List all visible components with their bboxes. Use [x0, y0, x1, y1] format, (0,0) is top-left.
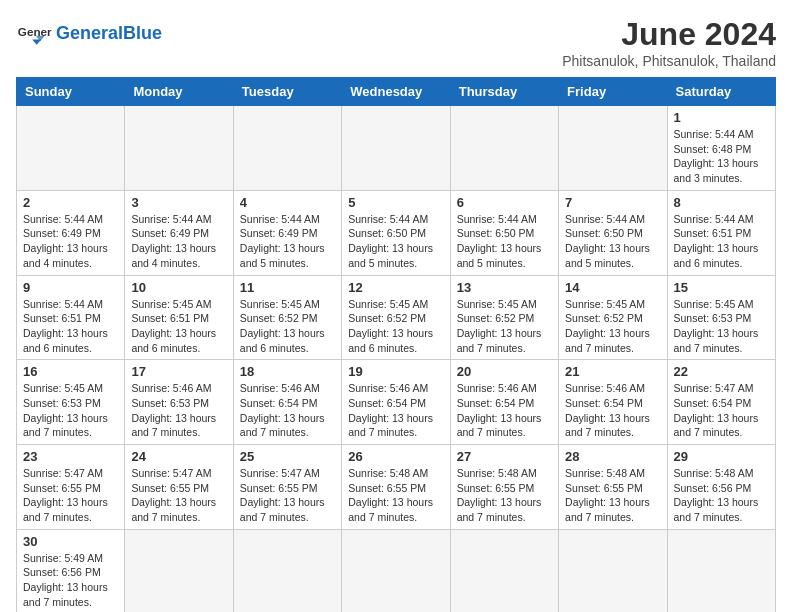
calendar-cell: 6Sunrise: 5:44 AM Sunset: 6:50 PM Daylig… [450, 190, 558, 275]
calendar-cell [342, 106, 450, 191]
day-info: Sunrise: 5:48 AM Sunset: 6:56 PM Dayligh… [674, 466, 769, 525]
calendar-cell: 12Sunrise: 5:45 AM Sunset: 6:52 PM Dayli… [342, 275, 450, 360]
day-info: Sunrise: 5:44 AM Sunset: 6:50 PM Dayligh… [348, 212, 443, 271]
calendar-cell: 16Sunrise: 5:45 AM Sunset: 6:53 PM Dayli… [17, 360, 125, 445]
calendar-cell: 3Sunrise: 5:44 AM Sunset: 6:49 PM Daylig… [125, 190, 233, 275]
day-info: Sunrise: 5:44 AM Sunset: 6:50 PM Dayligh… [457, 212, 552, 271]
calendar-cell: 2Sunrise: 5:44 AM Sunset: 6:49 PM Daylig… [17, 190, 125, 275]
calendar-cell [559, 106, 667, 191]
day-info: Sunrise: 5:46 AM Sunset: 6:54 PM Dayligh… [457, 381, 552, 440]
calendar-cell [450, 106, 558, 191]
day-number: 19 [348, 364, 443, 379]
logo-text: GeneralBlue [56, 24, 162, 44]
day-number: 6 [457, 195, 552, 210]
day-info: Sunrise: 5:47 AM Sunset: 6:55 PM Dayligh… [131, 466, 226, 525]
day-info: Sunrise: 5:44 AM Sunset: 6:48 PM Dayligh… [674, 127, 769, 186]
day-number: 17 [131, 364, 226, 379]
day-info: Sunrise: 5:45 AM Sunset: 6:52 PM Dayligh… [240, 297, 335, 356]
day-info: Sunrise: 5:45 AM Sunset: 6:52 PM Dayligh… [348, 297, 443, 356]
day-info: Sunrise: 5:44 AM Sunset: 6:49 PM Dayligh… [131, 212, 226, 271]
day-info: Sunrise: 5:45 AM Sunset: 6:52 PM Dayligh… [565, 297, 660, 356]
day-number: 8 [674, 195, 769, 210]
calendar-cell: 22Sunrise: 5:47 AM Sunset: 6:54 PM Dayli… [667, 360, 775, 445]
day-info: Sunrise: 5:45 AM Sunset: 6:53 PM Dayligh… [674, 297, 769, 356]
calendar-cell: 21Sunrise: 5:46 AM Sunset: 6:54 PM Dayli… [559, 360, 667, 445]
calendar-cell: 30Sunrise: 5:49 AM Sunset: 6:56 PM Dayli… [17, 529, 125, 612]
day-number: 30 [23, 534, 118, 549]
logo-icon: General [16, 16, 52, 52]
calendar-cell: 15Sunrise: 5:45 AM Sunset: 6:53 PM Dayli… [667, 275, 775, 360]
calendar-cell [233, 529, 341, 612]
day-number: 23 [23, 449, 118, 464]
day-number: 5 [348, 195, 443, 210]
day-info: Sunrise: 5:44 AM Sunset: 6:50 PM Dayligh… [565, 212, 660, 271]
calendar-header-row: SundayMondayTuesdayWednesdayThursdayFrid… [17, 78, 776, 106]
calendar-cell [559, 529, 667, 612]
calendar-week-row: 1Sunrise: 5:44 AM Sunset: 6:48 PM Daylig… [17, 106, 776, 191]
day-number: 20 [457, 364, 552, 379]
calendar-cell: 25Sunrise: 5:47 AM Sunset: 6:55 PM Dayli… [233, 445, 341, 530]
day-number: 22 [674, 364, 769, 379]
calendar-week-row: 23Sunrise: 5:47 AM Sunset: 6:55 PM Dayli… [17, 445, 776, 530]
day-info: Sunrise: 5:44 AM Sunset: 6:49 PM Dayligh… [240, 212, 335, 271]
day-info: Sunrise: 5:45 AM Sunset: 6:52 PM Dayligh… [457, 297, 552, 356]
day-number: 15 [674, 280, 769, 295]
day-info: Sunrise: 5:46 AM Sunset: 6:54 PM Dayligh… [565, 381, 660, 440]
calendar-cell: 11Sunrise: 5:45 AM Sunset: 6:52 PM Dayli… [233, 275, 341, 360]
calendar-cell: 17Sunrise: 5:46 AM Sunset: 6:53 PM Dayli… [125, 360, 233, 445]
day-info: Sunrise: 5:48 AM Sunset: 6:55 PM Dayligh… [565, 466, 660, 525]
day-info: Sunrise: 5:46 AM Sunset: 6:54 PM Dayligh… [348, 381, 443, 440]
logo-general: General [56, 23, 123, 43]
day-number: 24 [131, 449, 226, 464]
calendar-cell [233, 106, 341, 191]
day-number: 11 [240, 280, 335, 295]
calendar-cell: 28Sunrise: 5:48 AM Sunset: 6:55 PM Dayli… [559, 445, 667, 530]
calendar-cell: 8Sunrise: 5:44 AM Sunset: 6:51 PM Daylig… [667, 190, 775, 275]
calendar-cell: 1Sunrise: 5:44 AM Sunset: 6:48 PM Daylig… [667, 106, 775, 191]
calendar-week-row: 30Sunrise: 5:49 AM Sunset: 6:56 PM Dayli… [17, 529, 776, 612]
calendar-cell: 13Sunrise: 5:45 AM Sunset: 6:52 PM Dayli… [450, 275, 558, 360]
calendar-week-row: 9Sunrise: 5:44 AM Sunset: 6:51 PM Daylig… [17, 275, 776, 360]
day-number: 13 [457, 280, 552, 295]
page-header: General GeneralBlue June 2024 Phitsanulo… [16, 16, 776, 69]
title-block: June 2024 Phitsanulok, Phitsanulok, Thai… [562, 16, 776, 69]
day-header-sunday: Sunday [17, 78, 125, 106]
calendar-cell: 18Sunrise: 5:46 AM Sunset: 6:54 PM Dayli… [233, 360, 341, 445]
month-title: June 2024 [562, 16, 776, 53]
calendar-cell [125, 529, 233, 612]
day-header-friday: Friday [559, 78, 667, 106]
calendar-cell: 5Sunrise: 5:44 AM Sunset: 6:50 PM Daylig… [342, 190, 450, 275]
calendar-cell: 19Sunrise: 5:46 AM Sunset: 6:54 PM Dayli… [342, 360, 450, 445]
day-number: 18 [240, 364, 335, 379]
day-number: 29 [674, 449, 769, 464]
day-number: 10 [131, 280, 226, 295]
logo-blue: Blue [123, 23, 162, 43]
day-number: 12 [348, 280, 443, 295]
day-header-tuesday: Tuesday [233, 78, 341, 106]
calendar-cell [17, 106, 125, 191]
calendar-cell: 27Sunrise: 5:48 AM Sunset: 6:55 PM Dayli… [450, 445, 558, 530]
day-info: Sunrise: 5:48 AM Sunset: 6:55 PM Dayligh… [348, 466, 443, 525]
day-info: Sunrise: 5:47 AM Sunset: 6:55 PM Dayligh… [23, 466, 118, 525]
calendar-cell: 24Sunrise: 5:47 AM Sunset: 6:55 PM Dayli… [125, 445, 233, 530]
day-header-saturday: Saturday [667, 78, 775, 106]
calendar-week-row: 16Sunrise: 5:45 AM Sunset: 6:53 PM Dayli… [17, 360, 776, 445]
day-info: Sunrise: 5:46 AM Sunset: 6:53 PM Dayligh… [131, 381, 226, 440]
day-header-thursday: Thursday [450, 78, 558, 106]
logo: General GeneralBlue [16, 16, 162, 52]
calendar-table: SundayMondayTuesdayWednesdayThursdayFrid… [16, 77, 776, 612]
day-header-wednesday: Wednesday [342, 78, 450, 106]
day-info: Sunrise: 5:47 AM Sunset: 6:55 PM Dayligh… [240, 466, 335, 525]
calendar-cell [125, 106, 233, 191]
day-info: Sunrise: 5:44 AM Sunset: 6:51 PM Dayligh… [674, 212, 769, 271]
day-number: 28 [565, 449, 660, 464]
day-number: 27 [457, 449, 552, 464]
calendar-cell: 10Sunrise: 5:45 AM Sunset: 6:51 PM Dayli… [125, 275, 233, 360]
day-info: Sunrise: 5:48 AM Sunset: 6:55 PM Dayligh… [457, 466, 552, 525]
calendar-week-row: 2Sunrise: 5:44 AM Sunset: 6:49 PM Daylig… [17, 190, 776, 275]
day-number: 26 [348, 449, 443, 464]
day-number: 9 [23, 280, 118, 295]
calendar-cell: 20Sunrise: 5:46 AM Sunset: 6:54 PM Dayli… [450, 360, 558, 445]
calendar-cell: 26Sunrise: 5:48 AM Sunset: 6:55 PM Dayli… [342, 445, 450, 530]
day-info: Sunrise: 5:44 AM Sunset: 6:51 PM Dayligh… [23, 297, 118, 356]
